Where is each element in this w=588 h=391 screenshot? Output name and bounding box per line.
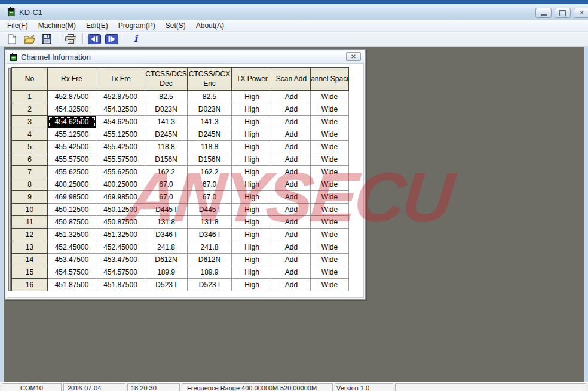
channel-cell[interactable]: D445 I <box>145 204 188 216</box>
channel-cell[interactable]: 141.3 <box>145 116 188 128</box>
channel-cell[interactable]: Add <box>272 191 311 204</box>
channel-cell[interactable]: Wide <box>311 216 349 229</box>
channel-cell[interactable]: 131.8 <box>145 216 188 229</box>
channel-cell[interactable]: Add <box>272 266 311 279</box>
row-number-cell[interactable]: 7 <box>12 166 48 178</box>
row-number-cell[interactable]: 4 <box>12 128 48 141</box>
close-button[interactable]: ✕ <box>574 8 588 18</box>
channel-cell[interactable]: Wide <box>311 229 349 241</box>
row-number-cell[interactable]: 16 <box>12 279 48 291</box>
row-number-cell[interactable]: 11 <box>12 216 48 229</box>
channel-cell[interactable]: Add <box>272 241 311 254</box>
channel-cell[interactable]: Wide <box>311 279 349 291</box>
selected-cell[interactable]: 454.62500 <box>48 116 96 128</box>
channel-cell[interactable]: D523 I <box>145 279 188 291</box>
channel-cell[interactable]: Add <box>272 153 311 166</box>
channel-cell[interactable]: High <box>232 229 272 241</box>
channel-cell[interactable]: Add <box>272 279 311 291</box>
write-to-radio-button[interactable] <box>105 33 119 45</box>
maximize-button[interactable] <box>555 8 571 18</box>
save-file-button[interactable] <box>39 33 54 45</box>
channel-cell[interactable]: 162.2 <box>145 166 188 178</box>
channel-window-close-button[interactable]: ✕ <box>346 52 361 61</box>
channel-cell[interactable]: High <box>232 279 272 291</box>
channel-cell[interactable]: 454.32500 <box>48 103 96 116</box>
channel-cell[interactable]: 454.62500 <box>96 116 145 128</box>
channel-cell[interactable]: Add <box>272 178 311 191</box>
channel-cell[interactable]: 451.87500 <box>48 279 96 291</box>
new-file-button[interactable] <box>5 33 19 45</box>
channel-cell[interactable]: 400.25000 <box>96 178 145 191</box>
channel-cell[interactable]: 451.32500 <box>96 229 145 241</box>
row-number-cell[interactable]: 8 <box>12 178 48 191</box>
channel-cell[interactable]: Add <box>272 216 311 229</box>
channel-cell[interactable]: 454.57500 <box>96 266 145 279</box>
channel-cell[interactable]: D156N <box>188 153 232 166</box>
channel-cell[interactable]: 452.45000 <box>96 241 145 254</box>
menu-item-machine[interactable]: Machine(M) <box>38 21 76 30</box>
channel-cell[interactable]: 67.0 <box>145 191 188 204</box>
channel-cell[interactable]: Wide <box>311 103 349 116</box>
channel-cell[interactable]: High <box>232 266 272 279</box>
channel-cell[interactable]: D612N <box>188 254 232 266</box>
channel-cell[interactable]: D346 I <box>188 229 232 241</box>
channel-cell[interactable]: 450.87500 <box>96 216 145 229</box>
channel-cell[interactable]: Add <box>272 141 311 153</box>
channel-cell[interactable]: Add <box>272 91 311 103</box>
channel-cell[interactable]: 189.9 <box>145 266 188 279</box>
channel-cell[interactable]: 67.0 <box>145 178 188 191</box>
channel-cell[interactable]: 189.9 <box>188 266 232 279</box>
row-number-cell[interactable]: 5 <box>12 141 48 153</box>
channel-cell[interactable]: High <box>232 141 272 153</box>
channel-cell[interactable]: D346 I <box>145 229 188 241</box>
row-number-cell[interactable]: 12 <box>12 229 48 241</box>
channel-cell[interactable]: 450.12500 <box>96 204 145 216</box>
row-number-cell[interactable]: 15 <box>12 266 48 279</box>
channel-cell[interactable]: 241.8 <box>188 241 232 254</box>
row-number-cell[interactable]: 10 <box>12 204 48 216</box>
channel-cell[interactable]: D023N <box>145 103 188 116</box>
channel-cell[interactable]: 455.62500 <box>48 166 96 178</box>
channel-cell[interactable]: Wide <box>311 128 349 141</box>
channel-cell[interactable]: High <box>232 91 272 103</box>
channel-cell[interactable]: High <box>232 166 272 178</box>
channel-cell[interactable]: Wide <box>311 241 349 254</box>
row-number-cell[interactable]: 2 <box>12 103 48 116</box>
row-number-cell[interactable]: 14 <box>12 254 48 266</box>
open-file-button[interactable] <box>22 33 36 45</box>
channel-cell[interactable]: 454.32500 <box>96 103 145 116</box>
channel-cell[interactable]: 82.5 <box>188 91 232 103</box>
menu-item-program[interactable]: Program(P) <box>118 21 155 30</box>
channel-cell[interactable]: High <box>232 254 272 266</box>
channel-cell[interactable]: 469.98500 <box>48 191 96 204</box>
channel-cell[interactable]: High <box>232 204 272 216</box>
channel-cell[interactable]: 455.42500 <box>96 141 145 153</box>
channel-cell[interactable]: Wide <box>311 178 349 191</box>
channel-cell[interactable]: Wide <box>311 91 349 103</box>
channel-cell[interactable]: 451.32500 <box>48 229 96 241</box>
row-number-cell[interactable]: 3 <box>12 116 48 128</box>
row-number-cell[interactable]: 1 <box>12 91 48 103</box>
row-number-cell[interactable]: 9 <box>12 191 48 204</box>
channel-cell[interactable]: Wide <box>311 191 349 204</box>
channel-cell[interactable]: Add <box>272 128 311 141</box>
channel-cell[interactable]: High <box>232 103 272 116</box>
channel-cell[interactable]: High <box>232 116 272 128</box>
channel-cell[interactable]: 453.47500 <box>96 254 145 266</box>
channel-cell[interactable]: 82.5 <box>145 91 188 103</box>
channel-cell[interactable]: Wide <box>311 166 349 178</box>
channel-cell[interactable]: High <box>232 153 272 166</box>
channel-cell[interactable]: 455.12500 <box>48 128 96 141</box>
channel-cell[interactable]: 452.87500 <box>96 91 145 103</box>
channel-cell[interactable]: D612N <box>145 254 188 266</box>
channel-cell[interactable]: High <box>232 178 272 191</box>
channel-cell[interactable]: 453.47500 <box>48 254 96 266</box>
menu-item-file[interactable]: File(F) <box>7 21 28 30</box>
channel-cell[interactable]: 118.8 <box>145 141 188 153</box>
about-info-button[interactable]: i <box>128 33 143 45</box>
channel-cell[interactable]: D245N <box>188 128 232 141</box>
channel-cell[interactable]: 400.25000 <box>48 178 96 191</box>
channel-cell[interactable]: 162.2 <box>188 166 232 178</box>
channel-cell[interactable]: 118.8 <box>188 141 232 153</box>
channel-cell[interactable]: High <box>232 216 272 229</box>
